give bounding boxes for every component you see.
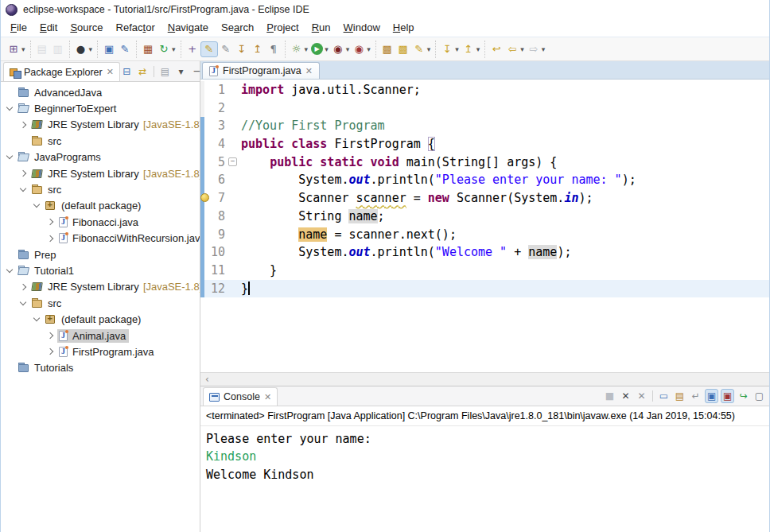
- chevron-collapsed-icon[interactable]: [47, 219, 53, 225]
- code-line-2[interactable]: 2: [200, 99, 769, 118]
- open-perspective-button[interactable]: ▣: [101, 42, 117, 56]
- show-whitespace-button[interactable]: ¶: [266, 42, 282, 56]
- tree-item-tutorial1[interactable]: Tutorial1: [1, 262, 200, 278]
- forward-button[interactable]: ⇨▾: [526, 42, 547, 56]
- annotation-button[interactable]: ✎: [218, 42, 234, 56]
- code-line-10[interactable]: 10 System.out.println("Welcome " + name)…: [200, 243, 769, 262]
- code-line-9[interactable]: 9 name = scanner.next();: [200, 226, 769, 244]
- run-button[interactable]: ▶▾: [309, 42, 330, 56]
- launch-config-button[interactable]: ●▾: [73, 42, 95, 56]
- link-with-editor-button[interactable]: ⇄: [136, 66, 150, 77]
- chevron-expanded-icon[interactable]: [20, 185, 26, 192]
- new-wizard-button[interactable]: ⊞▾: [6, 42, 27, 56]
- code-line-12[interactable]: 12}: [200, 280, 769, 298]
- save-all-button[interactable]: ▥: [50, 42, 66, 56]
- tree-item-src[interactable]: src: [1, 133, 200, 149]
- debug-button[interactable]: ☼▾: [289, 42, 310, 56]
- code-editor[interactable]: 1import java.util.Scanner;23//Your First…: [200, 80, 769, 372]
- code-line-7[interactable]: 7 Scanner scanner = new Scanner(System.i…: [200, 189, 769, 208]
- scroll-lock-button[interactable]: ▤: [673, 390, 686, 402]
- back-history-button[interactable]: ⇦▾: [504, 42, 526, 56]
- code-line-5[interactable]: 5 public static void main(String[] args)…: [200, 153, 769, 172]
- next-annotation-button[interactable]: ↧▾: [439, 42, 461, 56]
- chevron-expanded-icon[interactable]: [6, 266, 13, 273]
- chevron-collapsed-icon[interactable]: [47, 332, 53, 339]
- close-icon[interactable]: ✕: [305, 66, 313, 76]
- view-menu-button[interactable]: ▤: [158, 66, 172, 77]
- tab-firstprogram-java[interactable]: FirstProgram.java ✕: [202, 62, 320, 79]
- terminate-button[interactable]: ■: [603, 390, 616, 402]
- tree-item-src[interactable]: src: [1, 181, 200, 197]
- tree-item-beginnertoexpert[interactable]: BeginnerToExpert: [1, 100, 200, 116]
- clear-console-button[interactable]: ▭: [657, 390, 671, 402]
- profile-button[interactable]: ◉▾: [351, 42, 372, 56]
- package-explorer-tree[interactable]: AdvancedJavaBeginnerToExpertJRE System L…: [1, 82, 200, 532]
- menu-project[interactable]: Project: [260, 19, 305, 37]
- code-line-8[interactable]: 8 String name;: [200, 208, 769, 226]
- view-dropdown-button[interactable]: ▾: [174, 66, 188, 77]
- tree-item-firstprogram-java[interactable]: FirstProgram.java: [1, 344, 200, 359]
- tree-item-prep[interactable]: Prep: [1, 247, 200, 262]
- tree-item-jre-system-library[interactable]: JRE System Library [JavaSE-1.8]: [1, 279, 200, 295]
- word-wrap-button[interactable]: ↵: [689, 390, 702, 402]
- pin-editor-button[interactable]: ✎: [117, 42, 133, 56]
- tree-item-javaprograms[interactable]: JavaPrograms: [1, 150, 200, 165]
- remove-launch-button[interactable]: ✕: [619, 390, 632, 402]
- new-class-button[interactable]: ▩: [395, 42, 411, 56]
- menu-run[interactable]: Run: [305, 19, 337, 37]
- chevron-collapsed-icon[interactable]: [20, 284, 26, 290]
- export-button[interactable]: ↥: [250, 42, 266, 56]
- import-button[interactable]: ↧: [234, 42, 250, 56]
- mark-pencil-button[interactable]: ✎▾: [411, 42, 433, 56]
- code-line-11[interactable]: 11 }: [200, 262, 769, 280]
- editor-horizontal-scrollbar[interactable]: ‹: [200, 372, 769, 386]
- tree-item-advancedjava[interactable]: AdvancedJava: [1, 84, 200, 100]
- new-package-button[interactable]: ▩: [379, 42, 395, 56]
- open-type-button[interactable]: +: [185, 42, 200, 56]
- code-line-4[interactable]: 4public class FirstProgram {: [200, 135, 769, 153]
- fold-marker[interactable]: [227, 153, 238, 172]
- tab-package-explorer[interactable]: Package Explorer ✕: [3, 62, 120, 81]
- code-line-6[interactable]: 6 System.out.println("Please enter your …: [200, 171, 769, 189]
- previous-annotation-button[interactable]: ↥▾: [461, 42, 482, 56]
- chevron-expanded-icon[interactable]: [6, 104, 13, 111]
- mark-occurrences-button[interactable]: ✎: [200, 41, 218, 57]
- chevron-collapsed-icon[interactable]: [47, 348, 53, 355]
- tree-item-src[interactable]: src: [1, 295, 200, 311]
- menu-help[interactable]: Help: [387, 19, 421, 37]
- open-console-button[interactable]: ▢: [752, 390, 766, 402]
- tree-item-animal-java[interactable]: Animal.java: [1, 328, 200, 344]
- new-project-button[interactable]: ▦: [140, 42, 156, 56]
- tab-console[interactable]: Console ✕: [203, 387, 278, 406]
- coverage-button[interactable]: ◉▾: [330, 42, 352, 56]
- back-button[interactable]: ↩: [488, 42, 504, 56]
- chevron-expanded-icon[interactable]: [33, 201, 40, 208]
- chevron-collapsed-icon[interactable]: [47, 235, 53, 241]
- menu-source[interactable]: Source: [64, 19, 109, 37]
- chevron-collapsed-icon[interactable]: [20, 122, 26, 128]
- tree-item-jre-system-library[interactable]: JRE System Library [JavaSE-1.8]: [1, 117, 200, 133]
- code-line-1[interactable]: 1import java.util.Scanner;: [200, 81, 769, 99]
- code-line-3[interactable]: 3//Your First Program: [200, 117, 769, 135]
- chevron-expanded-icon[interactable]: [6, 153, 13, 159]
- menu-window[interactable]: Window: [337, 19, 387, 37]
- tree-item-fibonacciwithrecursion-java[interactable]: FibonacciWithRecursion.java: [1, 231, 200, 247]
- console-output[interactable]: Please enter your name: KindsonWelcome K…: [200, 426, 769, 532]
- tree-item-tutorials[interactable]: Tutorials: [1, 360, 200, 376]
- save-button[interactable]: ▤: [34, 42, 50, 56]
- close-icon[interactable]: ✕: [107, 67, 114, 77]
- show-stdout-button[interactable]: ▣: [705, 389, 718, 403]
- tree-item--default-package-[interactable]: (default package): [1, 198, 200, 214]
- tree-item-fibonacci-java[interactable]: Fibonacci.java: [1, 214, 200, 230]
- menu-navigate[interactable]: Navigate: [161, 19, 215, 37]
- tree-item-jre-system-library[interactable]: JRE System Library [JavaSE-1.8]: [1, 165, 200, 181]
- chevron-expanded-icon[interactable]: [20, 299, 26, 305]
- menu-file[interactable]: File: [4, 19, 33, 37]
- chevron-expanded-icon[interactable]: [33, 315, 40, 321]
- show-stderr-button[interactable]: ▣: [721, 389, 734, 403]
- collapse-all-button[interactable]: ⊟: [120, 66, 134, 77]
- remove-all-launches-button[interactable]: ✕: [635, 390, 648, 402]
- menu-refactor[interactable]: Refactor: [110, 19, 161, 37]
- pin-console-button[interactable]: ↪: [737, 390, 750, 402]
- tree-item--default-package-[interactable]: (default package): [1, 311, 200, 327]
